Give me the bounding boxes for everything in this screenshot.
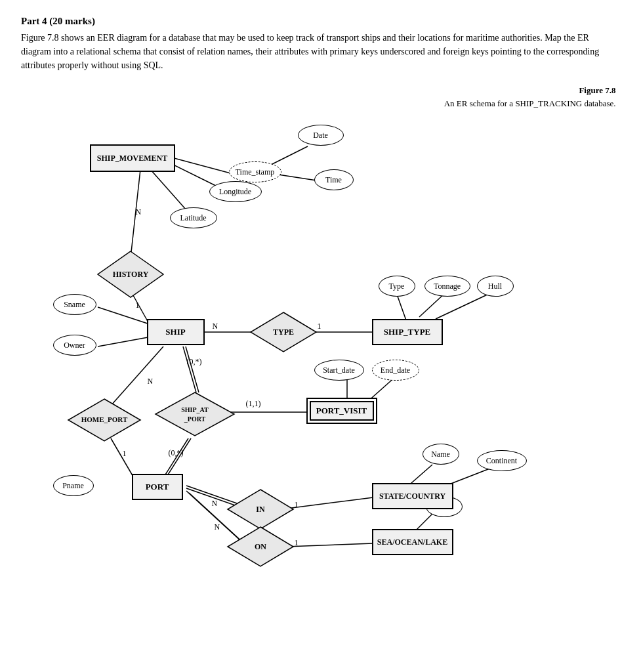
card-shipatport-port: (0,*) xyxy=(169,448,184,458)
card-in-state-1: 1 xyxy=(295,500,299,510)
svg-line-9 xyxy=(396,293,406,320)
svg-line-13 xyxy=(98,337,152,346)
attr-timestamp: Time_stamp xyxy=(229,161,281,182)
svg-line-0 xyxy=(167,156,236,175)
svg-line-1 xyxy=(268,146,308,166)
attr-sname: Sname xyxy=(53,294,96,315)
entity-state-country: STATE/COUNTRY xyxy=(372,483,453,509)
card-shipatport-portvisit: (1,1) xyxy=(246,399,261,409)
card-ship-homeport-n: N xyxy=(148,377,154,387)
attr-date: Date xyxy=(298,125,344,146)
card-ship-shipatport: (0,*) xyxy=(187,357,202,367)
svg-line-19 xyxy=(166,438,191,478)
attr-owner: Owner xyxy=(53,335,96,356)
figure-caption: Figure 7.8 An ER schema for a SHIP_TRACK… xyxy=(444,84,616,110)
svg-line-14 xyxy=(111,346,163,406)
card-movement-history-n: N xyxy=(136,207,142,217)
svg-line-11 xyxy=(436,293,491,319)
attr-type: Type xyxy=(379,276,415,297)
attr-time: Time xyxy=(314,169,354,190)
part-title: Part 4 (20 marks) xyxy=(21,16,620,27)
attr-end-date: End_date xyxy=(372,360,419,381)
svg-line-10 xyxy=(419,293,445,317)
svg-line-17 xyxy=(186,346,199,392)
entity-port-visit: PORT_VISIT xyxy=(306,398,377,424)
card-homeport-port-1: 1 xyxy=(123,449,127,459)
entity-port: PORT xyxy=(132,474,183,500)
part-description: Figure 7.8 shows an EER diagram for a da… xyxy=(21,31,620,72)
attr-name-state: Name xyxy=(423,444,459,465)
svg-line-4 xyxy=(150,169,186,210)
attr-start-date: Start_date xyxy=(314,360,364,381)
card-type-shiptype-1: 1 xyxy=(318,322,321,331)
attr-longitude: Longitude xyxy=(209,181,262,202)
entity-ship-movement: SHIP_MOVEMENT xyxy=(90,144,175,172)
card-port-on-n: N xyxy=(215,522,220,532)
attr-continent: Continent xyxy=(477,450,527,471)
attr-hull: Hull xyxy=(477,276,514,297)
svg-line-30 xyxy=(287,543,373,547)
entity-ship: SHIP xyxy=(147,319,205,345)
card-port-in-n: N xyxy=(212,499,218,509)
card-history-ship-1: 1 xyxy=(136,301,140,310)
attr-pname: Pname xyxy=(53,475,94,496)
card-ship-type-n: N xyxy=(213,322,218,331)
entity-sea-ocean-lake: SEA/OCEAN/LAKE xyxy=(372,529,453,555)
svg-line-18 xyxy=(163,438,188,478)
attr-tonnage: Tonnage xyxy=(424,276,470,297)
entity-ship-type: SHIP_TYPE xyxy=(372,319,443,345)
card-on-sea-1: 1 xyxy=(295,538,299,548)
attr-latitude: Latitude xyxy=(170,207,217,228)
svg-line-16 xyxy=(183,346,196,392)
eer-diagram: Figure 7.8 An ER schema for a SHIP_TRACK… xyxy=(26,84,616,563)
